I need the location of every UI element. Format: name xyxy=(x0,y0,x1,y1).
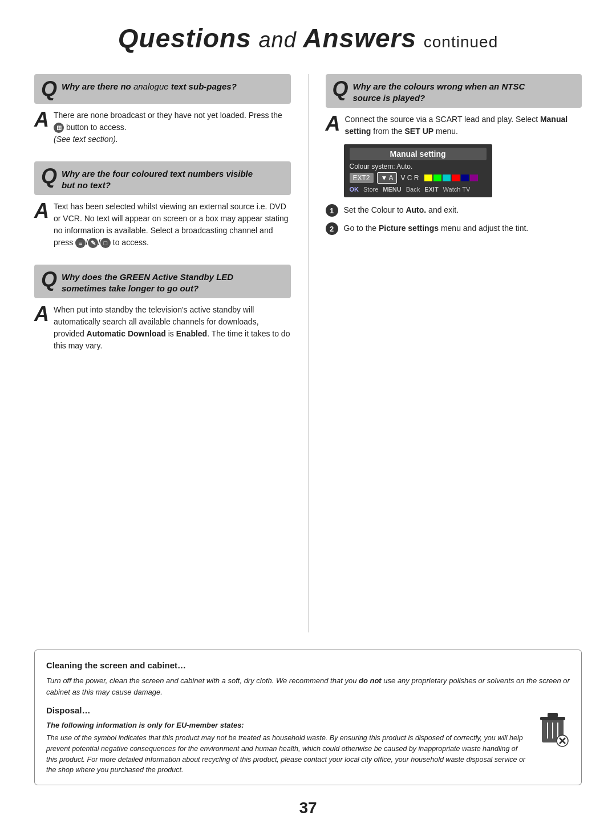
title-and: and xyxy=(258,28,303,52)
q-letter-2: Q xyxy=(41,166,57,186)
answer-text-coloured: Text has been selected whilst viewing an… xyxy=(54,201,291,249)
page-title: Questions and Answers continued xyxy=(34,23,582,54)
question-box-analogue: Q Why are there no analogue text sub-pag… xyxy=(34,74,291,104)
ok-label: OK xyxy=(350,186,359,193)
a-letter-2: A xyxy=(34,201,49,221)
answer-block-coloured: A Text has been selected whilst viewing … xyxy=(34,201,291,249)
qa-block-ntsc: Q Why are the colours wrong when an NTSC… xyxy=(326,74,582,235)
disposal-section: Disposal… The following information is o… xyxy=(46,704,570,776)
page: Questions and Answers continued Q Why ar… xyxy=(0,0,616,840)
page-number: 37 xyxy=(34,799,582,817)
qa-block-analogue: Q Why are there no analogue text sub-pag… xyxy=(34,74,291,145)
menu-icon: ≡ xyxy=(75,238,86,248)
q-letter-3: Q xyxy=(41,269,57,290)
answer-text-green-led: When put into standby the television's a… xyxy=(54,304,291,352)
steps-list: 1 Set the Colour to Auto. and exit. 2 Go… xyxy=(326,204,582,235)
a-letter-3: A xyxy=(34,304,49,324)
ms-bottom-row: OK Store MENU Back EXIT Watch TV xyxy=(350,186,487,193)
cleaning-title: Cleaning the screen and cabinet… xyxy=(46,659,570,672)
manual-setting-title: Manual setting xyxy=(350,148,487,160)
step-text-2: Go to the Picture settings menu and adju… xyxy=(344,222,529,234)
vcr-label: V C R xyxy=(400,174,419,182)
manual-setting-box: Manual setting Colour system: Auto. EXT2… xyxy=(344,144,492,197)
answer-text-analogue: There are none broadcast or they have no… xyxy=(54,109,291,145)
a-button: ▼ A xyxy=(377,172,398,184)
ext2-button: EXT2 xyxy=(350,173,374,183)
right-column: Q Why are the colours wrong when an NTSC… xyxy=(309,74,582,632)
step-2: 2 Go to the Picture settings menu and ad… xyxy=(326,222,582,235)
screen-icon: □ xyxy=(100,238,111,248)
edit-icon: ✎ xyxy=(88,238,98,248)
title-answers: Answers xyxy=(303,23,416,53)
color-bar-1 xyxy=(424,175,432,181)
step-number-1: 1 xyxy=(326,204,338,217)
left-column: Q Why are there no analogue text sub-pag… xyxy=(34,74,309,632)
exit-label: EXIT xyxy=(424,186,438,193)
a-letter: A xyxy=(34,109,49,130)
question-text-ntsc: Why are the colours wrong when an NTSCso… xyxy=(353,79,525,103)
watch-tv-label: Watch TV xyxy=(443,186,471,193)
disposal-text: Disposal… The following information is o… xyxy=(46,704,526,776)
a-letter-r1: A xyxy=(326,113,341,134)
teletext-icon: ⊞ xyxy=(54,123,64,133)
svg-rect-2 xyxy=(548,713,558,717)
question-box-green-led: Q Why does the GREEN Active Standby LEDs… xyxy=(34,265,291,298)
disposal-title: Disposal… xyxy=(46,704,526,717)
back-label: Back xyxy=(406,186,420,193)
colour-system-label: Colour system: Auto. xyxy=(350,163,487,171)
q-letter: Q xyxy=(41,79,57,99)
question-text-coloured: Why are the four coloured text numbers v… xyxy=(62,166,253,190)
question-text-green-led: Why does the GREEN Active Standby LEDsom… xyxy=(62,269,233,294)
answer-block-ntsc: A Connect the source via a SCART lead an… xyxy=(326,113,582,137)
step-number-2: 2 xyxy=(326,222,338,235)
question-box-coloured: Q Why are the four coloured text numbers… xyxy=(34,161,291,195)
color-bars xyxy=(424,175,478,181)
disposal-body: The use of the symbol indicates that thi… xyxy=(46,733,526,776)
color-bar-4 xyxy=(452,175,460,181)
waste-bin-icon xyxy=(536,710,570,747)
ext-row: EXT2 ▼ A V C R xyxy=(350,172,487,184)
question-text-analogue: Why are there no analogue text sub-pages… xyxy=(62,79,237,92)
step-text-1: Set the Colour to Auto. and exit. xyxy=(344,204,459,216)
answer-block-green-led: A When put into standby the television's… xyxy=(34,304,291,352)
title-continued: continued xyxy=(424,33,498,51)
title-questions: Questions xyxy=(118,23,252,53)
color-bar-5 xyxy=(461,175,469,181)
question-box-ntsc: Q Why are the colours wrong when an NTSC… xyxy=(326,74,582,108)
bottom-note-box: Cleaning the screen and cabinet… Turn of… xyxy=(34,650,582,786)
menu-label: MENU xyxy=(383,186,401,193)
two-column-layout: Q Why are there no analogue text sub-pag… xyxy=(34,74,582,632)
q-letter-r1: Q xyxy=(333,79,348,99)
answer-text-ntsc: Connect the source via a SCART lead and … xyxy=(345,113,582,137)
disposal-eu-title: The following information is only for EU… xyxy=(46,720,526,731)
color-bar-3 xyxy=(443,175,451,181)
qa-block-coloured: Q Why are the four coloured text numbers… xyxy=(34,161,291,249)
step-1: 1 Set the Colour to Auto. and exit. xyxy=(326,204,582,217)
store-label: Store xyxy=(363,186,378,193)
qa-block-green-led: Q Why does the GREEN Active Standby LEDs… xyxy=(34,265,291,352)
color-bar-6 xyxy=(470,175,478,181)
answer-block-analogue: A There are none broadcast or they have … xyxy=(34,109,291,145)
color-bar-2 xyxy=(433,175,441,181)
cleaning-text: Turn off the power, clean the screen and… xyxy=(46,675,570,697)
